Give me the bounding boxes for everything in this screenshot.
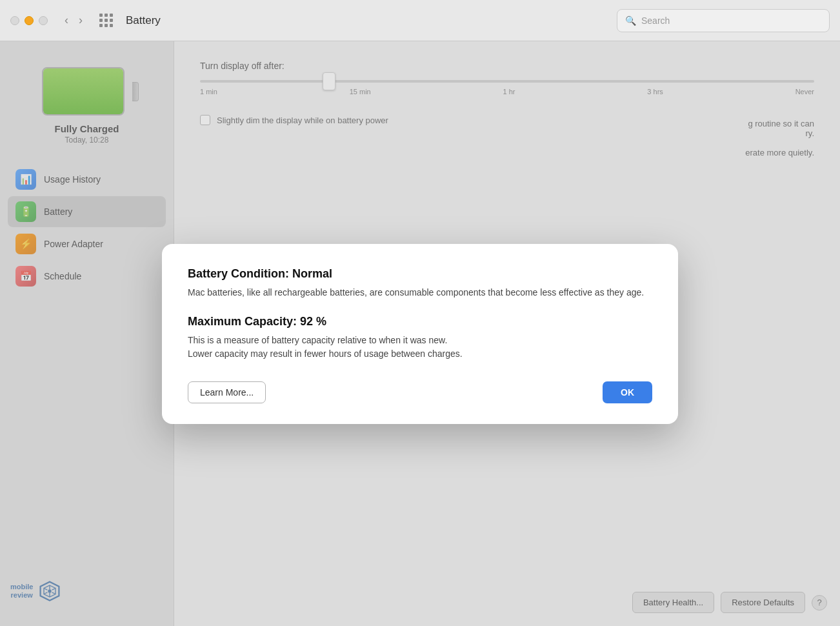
close-button[interactable]	[10, 16, 19, 25]
search-placeholder: Search	[641, 15, 670, 26]
back-button[interactable]: ‹	[61, 12, 72, 28]
max-capacity-heading: Maximum Capacity: 92 %	[188, 315, 652, 328]
battery-condition-section: Battery Condition: Normal Mac batteries,…	[188, 267, 652, 299]
max-capacity-section: Maximum Capacity: 92 % This is a measure…	[188, 315, 652, 361]
nav-buttons: ‹ ›	[61, 12, 86, 28]
ok-button[interactable]: OK	[603, 381, 652, 403]
modal-backdrop: Battery Condition: Normal Mac batteries,…	[0, 41, 840, 626]
modal-footer: Learn More... OK	[188, 381, 652, 403]
grid-icon	[99, 14, 113, 27]
search-icon: 🔍	[625, 15, 636, 26]
titlebar: ‹ › Battery 🔍 Search	[0, 0, 840, 41]
maximize-button[interactable]	[39, 16, 48, 25]
search-box[interactable]: 🔍 Search	[617, 9, 830, 32]
battery-condition-heading: Battery Condition: Normal	[188, 267, 652, 281]
minimize-button[interactable]	[25, 16, 34, 25]
window-title: Battery	[126, 14, 161, 27]
max-capacity-text: This is a measure of battery capacity re…	[188, 334, 652, 361]
forward-button[interactable]: ›	[75, 12, 86, 28]
grid-button[interactable]	[99, 14, 113, 27]
battery-condition-text: Mac batteries, like all rechargeable bat…	[188, 286, 652, 299]
battery-condition-modal: Battery Condition: Normal Mac batteries,…	[162, 244, 678, 424]
learn-more-button[interactable]: Learn More...	[188, 381, 266, 403]
traffic-lights	[10, 16, 48, 25]
